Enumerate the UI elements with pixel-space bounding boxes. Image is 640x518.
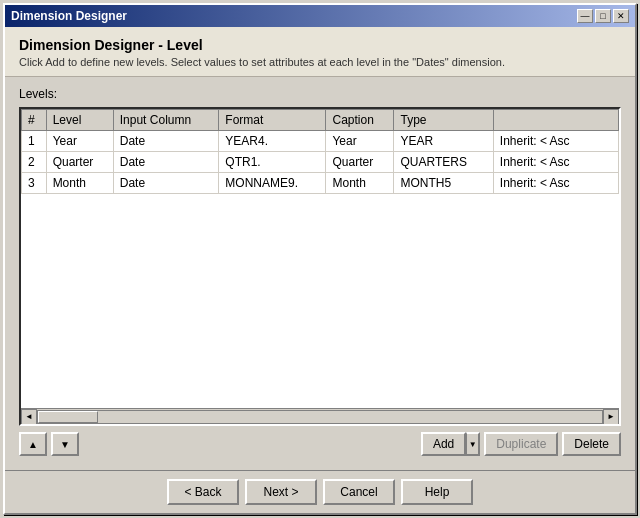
footer: < Back Next > Cancel Help (5, 470, 635, 513)
cell-2-4: Month (326, 173, 394, 194)
cell-0-0: 1 (22, 131, 47, 152)
table-row[interactable]: 3MonthDateMONNAME9.MonthMONTH5Inherit: <… (22, 173, 619, 194)
back-button[interactable]: < Back (167, 479, 239, 505)
table-scroll-body: # Level Input Column Format Caption Type… (21, 109, 619, 408)
scroll-track[interactable] (37, 410, 603, 424)
duplicate-button[interactable]: Duplicate (484, 432, 558, 456)
col-header-input-column: Input Column (113, 110, 219, 131)
scroll-left-button[interactable]: ◄ (21, 409, 37, 425)
add-button[interactable]: Add (421, 432, 466, 456)
cell-2-5: MONTH5 (394, 173, 493, 194)
cell-2-1: Month (46, 173, 113, 194)
cell-2-0: 3 (22, 173, 47, 194)
cell-1-6: Inherit: < Asc (493, 152, 618, 173)
col-header-format: Format (219, 110, 326, 131)
horizontal-scrollbar[interactable]: ◄ ► (21, 408, 619, 424)
main-window: Dimension Designer — □ ✕ Dimension Desig… (3, 3, 637, 515)
cell-2-3: MONNAME9. (219, 173, 326, 194)
row-buttons: ▲ ▼ Add ▼ Duplicate Delete (19, 426, 621, 460)
minimize-button[interactable]: — (577, 9, 593, 23)
scroll-right-button[interactable]: ► (603, 409, 619, 425)
cell-2-2: Date (113, 173, 219, 194)
cell-0-5: YEAR (394, 131, 493, 152)
cell-0-1: Year (46, 131, 113, 152)
header-title: Dimension Designer - Level (19, 37, 621, 53)
col-header-level: Level (46, 110, 113, 131)
window-controls: — □ ✕ (577, 9, 629, 23)
cell-0-2: Date (113, 131, 219, 152)
move-up-button[interactable]: ▲ (19, 432, 47, 456)
levels-label: Levels: (19, 87, 621, 101)
col-header-caption: Caption (326, 110, 394, 131)
cell-0-3: YEAR4. (219, 131, 326, 152)
table-header-row: # Level Input Column Format Caption Type (22, 110, 619, 131)
next-button[interactable]: Next > (245, 479, 317, 505)
cell-1-4: Quarter (326, 152, 394, 173)
cell-1-5: QUARTERS (394, 152, 493, 173)
table-row[interactable]: 2QuarterDateQTR1.QuarterQUARTERSInherit:… (22, 152, 619, 173)
header-description: Click Add to define new levels. Select v… (19, 56, 621, 68)
add-group: Add ▼ (421, 432, 480, 456)
content-header: Dimension Designer - Level Click Add to … (5, 27, 635, 77)
move-down-button[interactable]: ▼ (51, 432, 79, 456)
scroll-thumb[interactable] (38, 411, 98, 423)
col-header-type: Type (394, 110, 493, 131)
maximize-button[interactable]: □ (595, 9, 611, 23)
cell-1-1: Quarter (46, 152, 113, 173)
close-button[interactable]: ✕ (613, 9, 629, 23)
delete-button[interactable]: Delete (562, 432, 621, 456)
levels-table: # Level Input Column Format Caption Type… (21, 109, 619, 194)
table-row[interactable]: 1YearDateYEAR4.YearYEARInherit: < Asc (22, 131, 619, 152)
help-button[interactable]: Help (401, 479, 473, 505)
window-title: Dimension Designer (11, 9, 127, 23)
table-container: # Level Input Column Format Caption Type… (19, 107, 621, 426)
col-header-num: # (22, 110, 47, 131)
cell-0-6: Inherit: < Asc (493, 131, 618, 152)
col-header-extra (493, 110, 618, 131)
cell-1-3: QTR1. (219, 152, 326, 173)
title-bar: Dimension Designer — □ ✕ (5, 5, 635, 27)
cell-1-2: Date (113, 152, 219, 173)
main-body: Levels: # Level Input Column Format Capt… (5, 77, 635, 470)
cell-1-0: 2 (22, 152, 47, 173)
cell-0-4: Year (326, 131, 394, 152)
cancel-button[interactable]: Cancel (323, 479, 395, 505)
cell-2-6: Inherit: < Asc (493, 173, 618, 194)
add-dropdown-button[interactable]: ▼ (466, 432, 480, 456)
